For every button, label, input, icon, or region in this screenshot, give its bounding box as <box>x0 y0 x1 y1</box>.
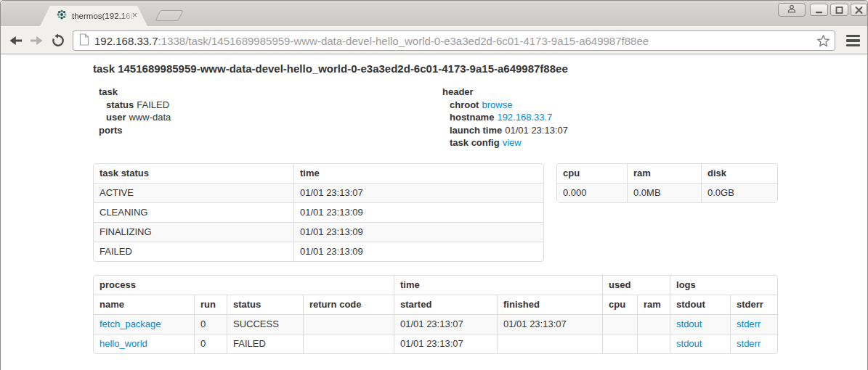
status-table-header: time <box>293 164 543 183</box>
task-config-line: task configview <box>442 136 568 149</box>
ports-heading: ports <box>99 124 171 137</box>
status-row: ACTIVE 01/01 23:13:07 <box>94 183 543 202</box>
tab-close-icon[interactable]: × <box>132 11 137 20</box>
header-info-heading: header <box>442 86 568 99</box>
task-status-line: statusFAILED <box>99 99 171 112</box>
stdout-link[interactable]: stdout <box>676 318 702 329</box>
process-name-link[interactable]: hello_world <box>100 338 147 349</box>
url-text[interactable]: 192.168.33.7:1338/task/1451689985959-www… <box>94 35 649 47</box>
status-row: FINALIZING 01/01 23:13:09 <box>94 222 543 242</box>
minimize-button[interactable] <box>810 4 828 16</box>
url-host: 192.168.33.7 <box>94 35 158 47</box>
process-row: fetch_package 0 SUCCESS 01/01 23:13:07 0… <box>94 314 777 334</box>
tab-title: thermos(192.168.33.7 <box>72 12 134 20</box>
maximize-button[interactable] <box>830 4 848 16</box>
process-subheader-row: name run status return code started fini… <box>94 295 777 314</box>
hostname-line: hostname192.168.33.7 <box>442 111 568 124</box>
status-table-header: task status <box>94 164 293 183</box>
close-button[interactable] <box>851 4 867 16</box>
stderr-link[interactable]: stderr <box>737 338 760 349</box>
hamburger-icon <box>846 35 860 38</box>
process-table: process time used logs name run status r… <box>93 275 778 354</box>
launch-time-value: 01/01 23:13:07 <box>505 125 568 136</box>
task-info-heading: task <box>99 86 171 99</box>
chroot-browse-link[interactable]: browse <box>482 99 512 110</box>
resource-row: 0.000 0.0MB 0.0GB <box>557 183 777 202</box>
resource-header: ram <box>627 164 701 183</box>
task-info-block: task statusFAILED userwww-data ports <box>99 86 171 136</box>
address-bar[interactable]: 192.168.33.7:1338/task/1451689985959-www… <box>73 30 835 51</box>
profile-button[interactable] <box>778 3 806 17</box>
status-row: CLEANING 01/01 23:13:09 <box>94 202 543 222</box>
group-header-time: time <box>394 276 602 295</box>
back-icon <box>8 34 24 47</box>
process-name-link[interactable]: fetch_package <box>100 318 161 329</box>
status-row: FAILED 01/01 23:13:09 <box>94 242 543 261</box>
process-row: hello_world 0 FAILED 01/01 23:13:07 stdo… <box>94 334 777 353</box>
browser-tab[interactable]: thermos(192.168.33.7 × <box>40 6 147 26</box>
browser-toolbar: 192.168.33.7:1338/task/1451689985959-www… <box>1 26 867 54</box>
close-icon <box>854 6 864 15</box>
task-config-view-link[interactable]: view <box>503 137 522 148</box>
bookmark-star-button[interactable] <box>816 34 830 51</box>
url-path: :1338/task/1451689985959-www-data-devel-… <box>158 35 649 47</box>
resource-header: disk <box>701 164 777 183</box>
menu-button[interactable] <box>843 33 862 49</box>
chroot-line: chrootbrowse <box>442 99 568 112</box>
browser-window: thermos(192.168.33.7 × <box>0 0 868 370</box>
resource-header: cpu <box>557 164 627 183</box>
maximize-icon <box>834 6 845 15</box>
reload-icon <box>51 33 65 48</box>
stdout-link[interactable]: stdout <box>676 338 702 349</box>
star-icon <box>816 34 830 48</box>
page-title: task 1451689985959-www-data-devel-hello_… <box>93 62 568 75</box>
group-header-logs: logs <box>670 276 777 295</box>
forward-icon <box>28 34 44 47</box>
hostname-link[interactable]: 192.168.33.7 <box>497 112 552 123</box>
header-info-block: header chrootbrowse hostname192.168.33.7… <box>442 86 568 149</box>
minimize-icon <box>814 6 824 15</box>
task-status-value: FAILED <box>137 99 169 110</box>
task-user-line: userwww-data <box>99 111 171 124</box>
reload-button[interactable] <box>49 32 68 49</box>
tab-strip: thermos(192.168.33.7 × <box>1 1 867 26</box>
page-icon <box>79 33 89 49</box>
favicon-thermos-icon <box>56 9 68 23</box>
launch-time-line: launch time01/01 23:13:07 <box>442 124 568 137</box>
task-user-value: www-data <box>129 112 171 123</box>
process-group-header-row: process time used logs <box>94 276 777 295</box>
back-button[interactable] <box>7 32 25 49</box>
resource-usage-table: cpu ram disk 0.000 0.0MB 0.0GB <box>556 163 778 203</box>
task-status-table: task status time ACTIVE 01/01 23:13:07 C… <box>93 163 544 262</box>
stderr-link[interactable]: stderr <box>737 318 760 329</box>
new-tab-button[interactable] <box>155 10 183 21</box>
person-icon <box>787 4 797 17</box>
forward-button[interactable] <box>27 32 46 49</box>
group-header-process: process <box>94 276 394 295</box>
group-header-used: used <box>602 276 670 295</box>
